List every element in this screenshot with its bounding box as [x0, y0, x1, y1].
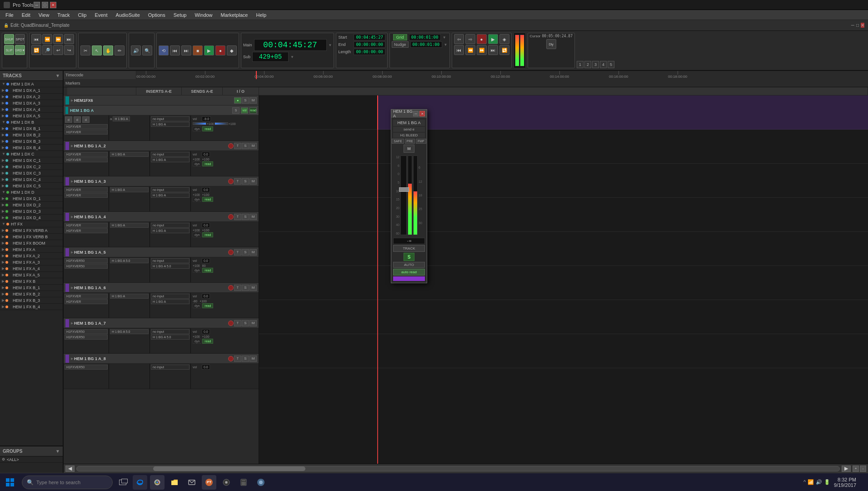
send-a-7[interactable]: H 1 BG A 5.0 [110, 329, 149, 334]
volume-readout[interactable]: -∞ [393, 238, 425, 244]
tracks-list-item[interactable]: ▶HEM 1 FX A_4 [0, 266, 63, 272]
insert-a-6[interactable]: H1FXVER [65, 294, 108, 299]
track-btn-m-2[interactable]: M [249, 143, 257, 149]
rec-btn-5[interactable] [228, 250, 234, 255]
pre-button[interactable]: PRE [405, 139, 415, 144]
sub-track-m[interactable]: vol [241, 107, 248, 114]
transport-extra[interactable]: ◆ [227, 45, 237, 55]
output-hem1fx6[interactable]: H 1 BG A [151, 122, 190, 127]
tracks-list-item[interactable]: ▶HEM 1 FX B_2 [0, 291, 63, 297]
clock-area[interactable]: 8:32 PM 9/19/2017 [834, 477, 856, 488]
transport-play[interactable]: ▶ [204, 45, 214, 55]
grid-value[interactable]: 00:00:01:00 [409, 34, 441, 40]
tracks-list-item[interactable]: ▼HT FX [0, 221, 63, 227]
menu-help[interactable]: Help [252, 11, 270, 19]
transport-record[interactable]: ● [215, 45, 225, 55]
tracks-list-item[interactable]: ▶HEM 1 FX VERB A [0, 227, 63, 234]
zoom-out-h[interactable]: - [860, 466, 866, 472]
tracks-list-item[interactable]: ▼HEM 1 DX D [0, 189, 63, 195]
track-btn-m-5[interactable]: M [249, 249, 257, 256]
minimize-button[interactable]: ─ [34, 2, 40, 8]
rewind-button[interactable]: ⏪ [42, 34, 52, 44]
post-roll-button[interactable]: ⇨ [465, 34, 475, 44]
end-button-2[interactable]: ⏭ [488, 45, 498, 55]
length-value[interactable]: 00:00:00:00 [354, 49, 385, 55]
zoom-tool[interactable]: 🔍 [142, 45, 152, 55]
start-button[interactable] [0, 473, 20, 491]
dyn-hem1fx6[interactable]: dyn [193, 126, 201, 131]
read-3[interactable]: read [202, 197, 213, 202]
tracks-list-item[interactable]: ▶HEM 1 FX A [0, 246, 63, 253]
sub-track-read[interactable]: read [249, 107, 257, 114]
insert-b-6[interactable]: H1FXVER [65, 299, 108, 304]
track-btn-s-8[interactable]: S [242, 356, 249, 362]
menu-track[interactable]: Track [54, 11, 73, 19]
track-btn-t-3[interactable]: T [234, 178, 241, 185]
menu-clip[interactable]: Clip [74, 11, 90, 19]
back-button-2[interactable]: ⏮ [454, 45, 464, 55]
tab-3[interactable]: 3 [592, 61, 599, 68]
channel-send[interactable]: send e [393, 127, 425, 132]
tracks-list-item[interactable]: ▶HEM 1 DX A_5 [0, 113, 63, 119]
rec-btn-6[interactable] [228, 285, 234, 291]
tracks-list-item[interactable]: ▼HEM 1 DX C [0, 151, 63, 157]
tracks-list-item[interactable]: ▶HEM 1 FX B [0, 278, 63, 285]
output-3[interactable]: H 1 BG A [151, 193, 190, 198]
output-4[interactable]: H 1 BG A [151, 228, 190, 233]
send-a-4[interactable]: H 1 BG A [110, 223, 149, 228]
session-close-button[interactable]: ✕ [861, 23, 864, 28]
tracks-list-item[interactable]: ▶HEM 1 DX D_4 [0, 215, 63, 221]
record-mode-button[interactable]: ● [477, 34, 487, 44]
calculator-icon[interactable] [236, 475, 251, 490]
rec-btn-8[interactable] [228, 356, 234, 361]
rec-btn-2[interactable] [228, 143, 234, 149]
tracks-list-item[interactable]: ▶HEM 1 DX B_4 [0, 145, 63, 151]
tracks-list-item[interactable]: ▼HEM 1 DX A [0, 81, 63, 87]
tracks-list-item[interactable]: ▶HEM 1 DX A_1 [0, 87, 63, 94]
sub-track-s[interactable]: S [232, 107, 239, 114]
input-4[interactable]: no input [151, 223, 190, 228]
vol-val-2[interactable]: 0.0 [202, 152, 210, 157]
horizontal-scrollbar[interactable] [76, 466, 840, 471]
track-btn-t-4[interactable]: T [234, 214, 241, 220]
insert-a-4[interactable]: H1FXVER [65, 223, 108, 228]
tracks-list-item[interactable]: ▶HEM 1 DX C_4 [0, 176, 63, 183]
nudge-value[interactable]: 00:00:01:00 [410, 41, 442, 48]
loop-button[interactable]: 🔁 [31, 45, 41, 55]
session-maximize-button[interactable]: □ [856, 23, 859, 28]
mail-icon[interactable] [185, 475, 199, 490]
vol-val-8[interactable]: 0.0 [202, 365, 210, 370]
tracks-list-item[interactable]: ▶HEM 1 DX A_4 [0, 106, 63, 113]
tracks-list-item[interactable]: ▶HEM 1 DX C_5 [0, 183, 63, 189]
tab-5[interactable]: 5 [608, 61, 614, 68]
zoom-in-button[interactable]: 🔎 [42, 45, 52, 55]
track-btn-s-5[interactable]: S [242, 249, 249, 256]
taskbar-search[interactable]: 🔍 Type here to search [22, 476, 113, 489]
tracks-list-item[interactable]: ▼HEM 1 DX B [0, 119, 63, 125]
tracks-list-item[interactable]: ▶HEM 1 DX C_2 [0, 164, 63, 170]
insert-b-2[interactable]: H1FXVER [65, 157, 108, 162]
transport-loop[interactable]: ⟲ [159, 45, 169, 55]
back-button[interactable]: ↩ [53, 45, 63, 55]
systray-expand-button[interactable]: ^ [803, 479, 806, 485]
auto-read-button[interactable]: auto read [393, 269, 425, 276]
track-btn-t-7[interactable]: T [234, 320, 241, 326]
scroll-left-button[interactable]: ◀ [65, 466, 75, 472]
markers-label[interactable]: Markers [65, 81, 138, 85]
transport-stop[interactable]: ■ [193, 45, 203, 55]
chrome-icon[interactable] [150, 475, 165, 490]
dyn-2[interactable]: dyn [193, 161, 201, 166]
tracks-list-item[interactable]: ▶HEM 1 DX A_2 [0, 94, 63, 100]
channel-bleed[interactable]: H1 BLEED [393, 133, 425, 138]
menu-window[interactable]: Window [191, 11, 216, 19]
track-btn-m[interactable]: M [249, 97, 257, 104]
group-all-item[interactable]: ⚙ <ALL> [0, 456, 63, 463]
read-4[interactable]: read [202, 232, 213, 237]
clip-gain-button[interactable]: Dly [546, 39, 556, 49]
groups-collapse-button[interactable]: ▼ [55, 449, 60, 454]
tool-select[interactable]: ↖ [92, 45, 102, 55]
tracks-list-item[interactable]: ▶HEM 1 DX B_3 [0, 138, 63, 145]
safe-button[interactable]: SAFE [392, 139, 404, 144]
send-a-6[interactable]: H 1 BG A [110, 294, 149, 299]
track-btn-t-8[interactable]: T [234, 356, 241, 362]
